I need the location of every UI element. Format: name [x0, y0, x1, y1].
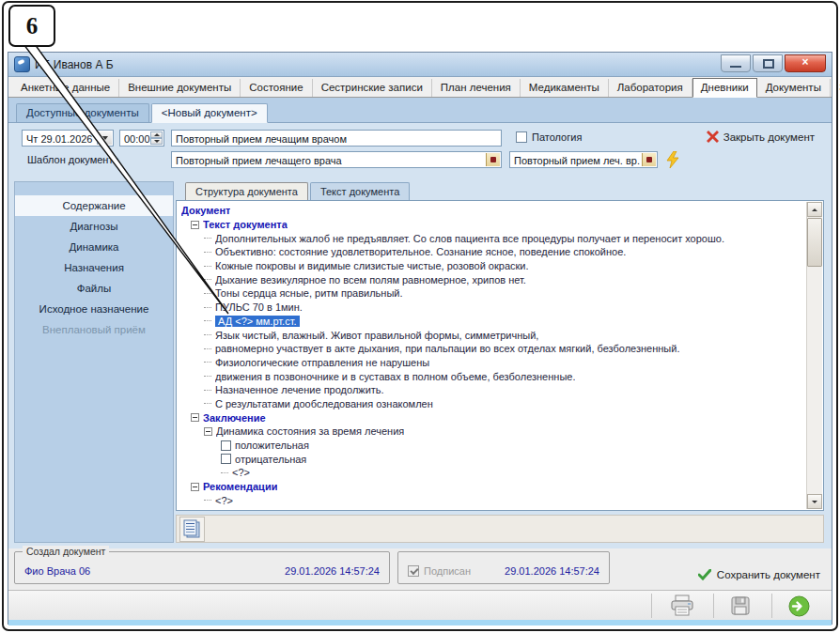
main-tab[interactable]: Дневники [692, 78, 757, 98]
created-timestamp: 29.01.2026 14:57:24 [285, 565, 380, 577]
main-tab[interactable]: План лечения [432, 79, 521, 97]
tree-row[interactable]: Заключение [179, 410, 806, 425]
scroll-down-icon[interactable] [807, 494, 822, 509]
author-name: Фио Врача 06 [24, 565, 90, 577]
tree-row[interactable]: равномерно участвует в акте дыхания, при… [179, 342, 806, 356]
tree-row[interactable]: Рекомендации [179, 480, 806, 494]
document-title-input[interactable]: Повторный прием лечащим врачом [171, 130, 502, 147]
tree-row-label: Заключение [203, 412, 266, 424]
tree-collapse-icon[interactable] [191, 483, 199, 491]
quick-template-combo[interactable]: Повторный прием леч. вр. [509, 151, 658, 168]
tree-row[interactable]: АД <?> мм.рт.ст. [179, 315, 806, 329]
sidebar-item[interactable]: Динамика [15, 237, 173, 257]
structure-tab[interactable]: Текст документа [310, 182, 410, 200]
tree-collapse-icon[interactable] [204, 427, 212, 436]
notes-icon [183, 519, 201, 538]
document-pane: Структура документа Текст документа [176, 179, 824, 545]
tree-row[interactable]: <?> [179, 493, 806, 507]
exit-button[interactable] [783, 594, 815, 618]
template-field[interactable]: Повторный прием лечащего врача [171, 151, 502, 168]
tree-checkbox[interactable] [221, 454, 231, 464]
close-document-label: Закрыть документ [723, 131, 815, 143]
main-tab[interactable]: Состояние [241, 79, 312, 97]
pathology-checkbox-row[interactable]: Патология [516, 131, 582, 143]
floppy-disk-icon [731, 596, 750, 615]
signed-timestamp: 29.01.2026 14:57:24 [505, 565, 599, 577]
tree-branch-icon [204, 266, 211, 267]
tree-branch-icon [204, 293, 211, 294]
save-disk-button[interactable] [724, 594, 756, 618]
template-picker-icon[interactable] [486, 153, 500, 166]
signed-groupbox: Подписан 29.01.2026 14:57:24 [397, 551, 610, 584]
main-tab[interactable]: Эпикриз [831, 79, 840, 97]
tree-row[interactable]: движения в позвоночнике и в суставах в п… [179, 369, 806, 383]
tree-row[interactable]: положительная [179, 439, 806, 453]
document-tab[interactable]: <Новый документ> [151, 103, 268, 123]
sidebar-item[interactable]: Назначения [15, 257, 173, 278]
tree-row[interactable]: Документ [179, 204, 806, 218]
main-tab[interactable]: Внешние документы [119, 79, 241, 97]
tree-row[interactable]: ПУЛЬС 70 в 1мин. [179, 301, 806, 315]
scroll-up-icon[interactable] [807, 202, 822, 217]
tree-row[interactable]: Текст документа [179, 218, 806, 232]
lightning-icon[interactable] [666, 151, 679, 168]
main-tab[interactable]: Документы [757, 79, 831, 97]
footer-band: Создал документ Фио Врача 06 29.01.2026 … [8, 548, 832, 590]
template-label: Шаблон документа [27, 154, 118, 165]
tree-row[interactable]: <?> [179, 466, 806, 480]
minimize-icon[interactable] [721, 54, 751, 72]
pathology-checkbox[interactable] [516, 131, 527, 143]
maximize-icon[interactable] [753, 54, 783, 72]
tree-row[interactable]: Объективно: состояние удовлетворительное… [179, 245, 806, 259]
main-tab[interactable]: Сестринские записи [313, 79, 432, 97]
notes-document-button[interactable] [179, 517, 205, 542]
template-value: Повторный прием лечащего врача [176, 155, 342, 166]
tree-row[interactable]: Кожные покровы и видимые слизистые чисты… [179, 259, 806, 273]
time-spinner-icons[interactable] [150, 131, 163, 145]
tree-row[interactable]: Физиологические отправления не нарушены [179, 356, 806, 370]
tree-row-label: С результатами дообследования ознакомлен [215, 398, 433, 409]
save-document-button[interactable]: Сохранить документ [698, 569, 820, 580]
tree-row-label: ПУЛЬС 70 в 1мин. [215, 301, 303, 313]
quick-template-picker-icon[interactable] [642, 153, 656, 166]
document-tab[interactable]: Доступные документы [16, 103, 149, 122]
main-tab[interactable]: Анкетные данные [12, 79, 119, 97]
tree-row[interactable]: Дыхание везикулярное по всем полям равно… [179, 272, 806, 286]
main-tab[interactable]: Лаборатория [609, 79, 692, 97]
tree-branch-icon [204, 500, 211, 501]
tree-row[interactable]: Язык чистый, влажный. Живот правильной ф… [179, 328, 806, 342]
structure-tab[interactable]: Структура документа [185, 182, 308, 200]
tree-row[interactable]: Назначенное лечение продолжить. [179, 383, 806, 397]
signed-row: Подписан [408, 565, 471, 577]
print-button[interactable] [666, 594, 698, 618]
tree-row[interactable]: Динамика состояния за время лечения [179, 425, 806, 439]
sidebar-item[interactable]: Диагнозы [15, 216, 173, 237]
tree-row-label: отрицательная [235, 454, 306, 465]
tree-row[interactable]: Тоны сердца ясные, ритм правильный. [179, 286, 806, 301]
sidebar-item[interactable]: Исходное назначение [15, 299, 173, 319]
signed-checkbox[interactable] [408, 565, 419, 577]
tree-branch-icon [204, 348, 211, 349]
sidebar-item[interactable]: Содержание [15, 195, 173, 216]
close-window-icon[interactable]: × [785, 54, 826, 72]
sidebar-item[interactable]: Файлы [15, 278, 173, 299]
document-time-spinner[interactable]: 00:00 [119, 130, 164, 147]
sidebar-item[interactable]: Внеплановый приём [15, 319, 173, 340]
document-date-picker[interactable]: Чт 29.01.2026 [22, 130, 114, 147]
tree-checkbox[interactable] [221, 440, 231, 451]
vertical-scrollbar[interactable] [806, 202, 822, 509]
tree-row[interactable]: С результатами дообследования ознакомлен [179, 397, 806, 411]
tree-collapse-icon[interactable] [191, 221, 199, 229]
tree-branch-icon [204, 320, 211, 321]
tree-branch-icon [204, 252, 211, 253]
document-tab-bar: Доступные документы <Новый документ> [8, 98, 832, 123]
tree-collapse-icon[interactable] [191, 413, 199, 422]
tree-row[interactable]: отрицательная [179, 452, 806, 466]
quick-template-value: Повторный прием леч. вр. [514, 155, 640, 166]
tree-row[interactable]: Дополнительных жалоб не предъявляет. Со … [179, 231, 806, 245]
main-tab[interactable]: Медикаменты [521, 79, 609, 97]
toolbar-separator [713, 594, 714, 618]
close-document-button[interactable]: Закрыть документ [707, 131, 815, 143]
scrollbar-thumb[interactable] [807, 218, 822, 267]
calendar-dropdown-icon[interactable] [97, 131, 112, 145]
